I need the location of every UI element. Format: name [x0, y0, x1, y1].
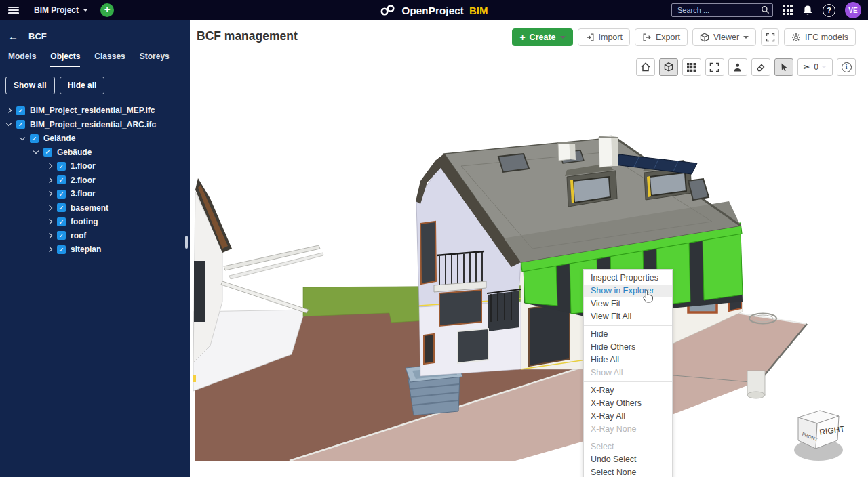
create-button[interactable]: Create [512, 28, 572, 46]
quick-add-button[interactable] [100, 3, 114, 17]
visibility-checkbox[interactable] [57, 203, 66, 212]
logo-text: OpenProject [402, 5, 464, 16]
tree-row[interactable]: 2.floor [0, 173, 190, 188]
menu-item-show-in-explorer[interactable]: Show in Explorer [584, 285, 672, 297]
sidebar: BCF Models Objects Classes Storeys Show … [0, 20, 190, 477]
info-icon [842, 62, 852, 72]
openproject-logo-icon [380, 4, 398, 16]
home-view-button[interactable] [636, 58, 655, 76]
visibility-checkbox[interactable] [43, 148, 52, 157]
help-icon[interactable] [823, 4, 835, 17]
chevron-down-icon[interactable] [33, 148, 39, 154]
menu-item-inspect-properties[interactable]: Inspect Properties [584, 272, 672, 285]
cube-icon [700, 33, 709, 42]
chevron-right-icon[interactable] [47, 205, 52, 211]
first-person-button[interactable] [728, 58, 747, 76]
export-icon [642, 33, 652, 42]
cube-icon [663, 62, 674, 72]
visibility-checkbox[interactable] [57, 162, 66, 171]
viewer-button[interactable]: Viewer [692, 28, 756, 46]
tab-objects[interactable]: Objects [50, 51, 80, 67]
navigation-cube[interactable]: FRONT RIGHT [790, 405, 848, 470]
visibility-checkbox[interactable] [30, 134, 39, 143]
menu-item-xray-none: X-Ray None [584, 423, 672, 436]
visibility-checkbox[interactable] [16, 120, 25, 129]
hamburger-menu-icon[interactable] [8, 7, 19, 14]
show-all-button[interactable]: Show all [5, 77, 55, 94]
visibility-checkbox[interactable] [57, 217, 66, 226]
chevron-right-icon[interactable] [6, 108, 12, 113]
tree-row[interactable]: roof [0, 229, 190, 243]
tree-row[interactable]: BIM_Project_residential_MEP.ifc [0, 104, 190, 118]
chevron-down-icon[interactable] [20, 135, 25, 140]
bim-model-viewport[interactable] [190, 78, 868, 463]
user-avatar[interactable]: VE [845, 2, 861, 18]
visibility-checkbox[interactable] [16, 106, 25, 115]
menu-item-hide[interactable]: Hide [584, 328, 672, 341]
object-tree: BIM_Project_residential_MEP.ifc BIM_Proj… [0, 104, 190, 257]
section-planes-button[interactable]: 0 [797, 58, 833, 76]
search-input[interactable] [671, 3, 773, 17]
tree-row[interactable]: Gelände [0, 131, 190, 146]
select-cursor-button[interactable] [774, 58, 793, 76]
tree-row[interactable]: 1.floor [0, 159, 190, 173]
sidebar-scrollbar[interactable] [185, 236, 188, 249]
menu-item-undo-select[interactable]: Undo Select [584, 453, 672, 466]
cube-view-button[interactable] [659, 58, 678, 76]
visibility-checkbox[interactable] [57, 175, 66, 184]
notifications-bell-icon[interactable] [802, 5, 813, 16]
sidebar-tabs: Models Objects Classes Storeys [0, 49, 190, 67]
chevron-right-icon[interactable] [47, 163, 52, 169]
layers-grid-button[interactable] [682, 58, 701, 76]
tab-storeys[interactable]: Storeys [140, 51, 170, 67]
person-icon [732, 62, 743, 72]
tab-classes[interactable]: Classes [94, 51, 125, 67]
ifc-models-button[interactable]: IFC models [784, 28, 856, 46]
section-plane-count: 0 [814, 62, 818, 72]
chevron-right-icon[interactable] [47, 233, 52, 239]
menu-item-xray[interactable]: X-Ray [584, 384, 672, 397]
fullscreen-button[interactable] [761, 28, 779, 46]
tab-models[interactable]: Models [8, 51, 36, 67]
menu-item-xray-all[interactable]: X-Ray All [584, 410, 672, 423]
cursor-icon [778, 62, 789, 72]
info-button[interactable] [837, 58, 856, 76]
tree-row[interactable]: 3.floor [0, 187, 190, 201]
menu-item-hide-all[interactable]: Hide All [584, 354, 672, 367]
chevron-right-icon[interactable] [47, 178, 52, 183]
chevron-down-icon [743, 36, 749, 39]
project-selector-label: BIM Project [34, 5, 79, 15]
modules-grid-icon[interactable] [783, 5, 793, 16]
fit-view-button[interactable] [705, 58, 724, 76]
tree-row[interactable]: footing [0, 215, 190, 229]
menu-item-show-all: Show All [584, 367, 672, 379]
visibility-checkbox[interactable] [57, 231, 66, 240]
menu-item-view-fit-all[interactable]: View Fit All [584, 310, 672, 323]
eraser-button[interactable] [751, 58, 770, 76]
visibility-checkbox[interactable] [57, 190, 66, 199]
menu-item-hide-others[interactable]: Hide Others [584, 341, 672, 354]
eraser-icon [755, 62, 766, 72]
tree-row[interactable]: basement [0, 201, 190, 215]
viewer-toolbar: 0 [636, 58, 856, 76]
back-arrow-icon[interactable] [8, 30, 18, 42]
viewer-context-menu: Inspect Properties Show in Explorer View… [583, 269, 673, 477]
tree-row[interactable]: siteplan [0, 243, 190, 257]
chevron-right-icon[interactable] [47, 247, 52, 252]
app-logo[interactable]: OpenProjectBIM [380, 4, 488, 16]
import-button[interactable]: Import [578, 28, 630, 46]
export-button[interactable]: Export [635, 28, 688, 46]
chevron-right-icon[interactable] [47, 191, 52, 196]
chevron-right-icon[interactable] [47, 219, 52, 224]
import-icon [585, 33, 595, 42]
menu-item-select-none[interactable]: Select None [584, 466, 672, 477]
tree-row[interactable]: BIM_Project_residential_ARC.ifc [0, 118, 190, 132]
chevron-down-icon[interactable] [6, 121, 12, 126]
visibility-checkbox[interactable] [57, 245, 66, 254]
project-selector[interactable]: BIM Project [34, 5, 88, 15]
menu-item-view-fit[interactable]: View Fit [584, 297, 672, 310]
search-icon [761, 5, 770, 14]
hide-all-button[interactable]: Hide all [60, 77, 105, 94]
tree-row[interactable]: Gebäude [0, 146, 190, 160]
menu-item-xray-others[interactable]: X-Ray Others [584, 397, 672, 410]
